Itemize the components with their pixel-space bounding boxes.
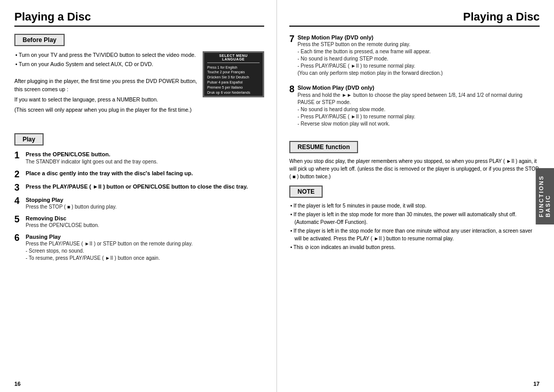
before-play-section: Before Play • Turn on your TV and press …	[14, 34, 264, 120]
resume-label: RESUME function	[289, 141, 358, 153]
before-play-para3: (This screen will only appear when you p…	[14, 106, 197, 114]
step-7-sub4: (You can only perform step motion play i…	[298, 70, 540, 77]
before-play-text: • Turn on your TV and press the TV/VIDEO…	[14, 51, 197, 116]
before-play-label: Before Play	[14, 34, 65, 46]
resume-text: When you stop disc play, the player reme…	[289, 157, 540, 180]
step-6-title: Pausing Play	[26, 233, 264, 240]
step-7-sub2: - No sound is heard during STEP mode.	[298, 55, 540, 63]
sidebar-tab: BASIC FUNCTIONS	[536, 168, 554, 224]
step-8-num: 8	[289, 84, 294, 95]
right-page: Playing a Disc 7 Step Motion Play (DVD o…	[277, 0, 554, 392]
step-8-sub3: - Reverse slow motion play will not work…	[298, 120, 540, 128]
step-7-content: Step Motion Play (DVD only) Press the ST…	[298, 34, 540, 77]
step-1-desc: The STANDBY indicator light goes out and…	[26, 158, 264, 166]
step-8-title: Slow Motion Play (DVD only)	[298, 84, 540, 91]
note-bullet4: • This ⊘ icon indicates an invalid butto…	[289, 243, 540, 251]
step-5-num: 5	[14, 215, 23, 224]
right-page-title: Playing a Disc	[289, 10, 540, 27]
step-7-header: 7 Step Motion Play (DVD only) Press the …	[289, 34, 540, 77]
step-8-content: Slow Motion Play (DVD only) Press and ho…	[298, 84, 540, 127]
left-page-num: 16	[14, 381, 21, 387]
step-4-content: Stopping Play Press the STOP ( ■ ) butto…	[26, 196, 264, 211]
note-bullet1: • If the player is left for 5 minutes in…	[289, 202, 540, 210]
step-1-content: Press the OPEN/CLOSE button. The STANDBY…	[26, 151, 264, 165]
step-2-title: Place a disc gently into the tray with t…	[26, 170, 264, 177]
step-7-sub1: - Each time the button is pressed, a new…	[298, 48, 540, 55]
step-1-num: 1	[14, 151, 23, 160]
right-content: 7 Step Motion Play (DVD only) Press the …	[289, 34, 540, 382]
step-7-title: Step Motion Play (DVD only)	[298, 34, 540, 41]
step-3-num: 3	[14, 183, 23, 192]
tv-row-4: Pulsar 4 para Español	[207, 80, 260, 85]
play-section: Play 1 Press the OPEN/CLOSE button. The …	[14, 133, 264, 266]
tv-row-6: Druk op 6 voor Nederlands	[207, 90, 260, 95]
step-6-sub2: - To resume, press PLAY/PAUSE ( ►II ) bu…	[26, 255, 264, 262]
step-6-num: 6	[14, 233, 23, 242]
step-4-title: Stopping Play	[26, 196, 264, 203]
step-7-num: 7	[289, 34, 294, 45]
step-5: 5 Removing Disc Press the OPEN/CLOSE but…	[14, 215, 264, 229]
step-8-header: 8 Slow Motion Play (DVD only) Press and …	[289, 84, 540, 127]
left-page: Playing a Disc Before Play • Turn on you…	[0, 0, 277, 392]
step-4: 4 Stopping Play Press the STOP ( ■ ) but…	[14, 196, 264, 211]
step-1: 1 Press the OPEN/CLOSE button. The STAND…	[14, 151, 264, 165]
tv-row-5: Premere 5 per Italiano	[207, 85, 260, 90]
step-5-desc: Press the OPEN/CLOSE button.	[26, 222, 264, 229]
step-6-sub1: - Screen stops, no sound.	[26, 247, 264, 255]
right-page-num: 17	[533, 381, 540, 387]
step-7-desc: Press the STEP button on the remote duri…	[298, 41, 540, 48]
step-4-desc: Press the STOP ( ■ ) button during play.	[26, 203, 264, 211]
step-2-num: 2	[14, 170, 23, 179]
step-8-sub1: - No sound is heard during slow mode.	[298, 106, 540, 113]
step-3: 3 Press the PLAY/PAUSE ( ►II ) button or…	[14, 183, 264, 192]
tv-row-3: Drücken Sie 3 für Deutsch	[207, 75, 260, 80]
before-play-content: • Turn on your TV and press the TV/VIDEO…	[14, 51, 264, 116]
tv-row-2: Touche 2 pour Français	[207, 70, 260, 75]
step-2-content: Place a disc gently into the tray with t…	[26, 170, 264, 177]
tv-row-1: Press 1 for English	[207, 65, 260, 70]
before-play-bullet2: • Turn on your Audio System and select A…	[14, 60, 197, 69]
step-8-section: 8 Slow Motion Play (DVD only) Press and …	[289, 84, 540, 127]
step-6: 6 Pausing Play Press the PLAY/PAUSE ( ►I…	[14, 233, 264, 262]
step-3-title: Press the PLAY/PAUSE ( ►II ) button or O…	[26, 183, 264, 190]
step-8-desc: Press and hold the ►► button to choose t…	[298, 92, 540, 106]
step-4-num: 4	[14, 196, 23, 205]
note-bullet2: • If the player is left in the stop mode…	[289, 211, 540, 226]
step-7-section: 7 Step Motion Play (DVD only) Press the …	[289, 34, 540, 77]
note-text: • If the player is left for 5 minutes in…	[289, 202, 540, 251]
step-1-title: Press the OPEN/CLOSE button.	[26, 151, 264, 158]
step-5-title: Removing Disc	[26, 215, 264, 222]
tv-screen: SELECT MENU LANGUAGE Press 1 for English…	[203, 51, 264, 97]
tv-screen-title: SELECT MENU LANGUAGE	[207, 54, 260, 63]
step-8-sub2: - Press PLAY/PAUSE ( ►II ) to resume nor…	[298, 113, 540, 120]
play-label: Play	[14, 133, 44, 146]
step-6-content: Pausing Play Press the PLAY/PAUSE ( ►II …	[26, 233, 264, 262]
step-2: 2 Place a disc gently into the tray with…	[14, 170, 264, 179]
before-play-bullet1: • Turn on your TV and press the TV/VIDEO…	[14, 51, 197, 59]
before-play-para1: After plugging in the player, the first …	[14, 77, 197, 94]
step-3-content: Press the PLAY/PAUSE ( ►II ) button or O…	[26, 183, 264, 190]
before-play-para2: If you want to select the language, pres…	[14, 96, 197, 104]
step-5-content: Removing Disc Press the OPEN/CLOSE butto…	[26, 215, 264, 229]
note-label: NOTE	[289, 185, 323, 198]
note-section: NOTE • If the player is left for 5 minut…	[289, 185, 540, 251]
step-7-sub3: - Press PLAY/PAUSE ( ►II ) to resume nor…	[298, 63, 540, 70]
step-6-desc: Press the PLAY/PAUSE ( ►II ) or STEP but…	[26, 240, 264, 247]
left-page-title: Playing a Disc	[14, 10, 264, 27]
note-bullet3: • If the player is left in the stop mode…	[289, 227, 540, 242]
resume-section: RESUME function When you stop disc play,…	[289, 135, 540, 180]
